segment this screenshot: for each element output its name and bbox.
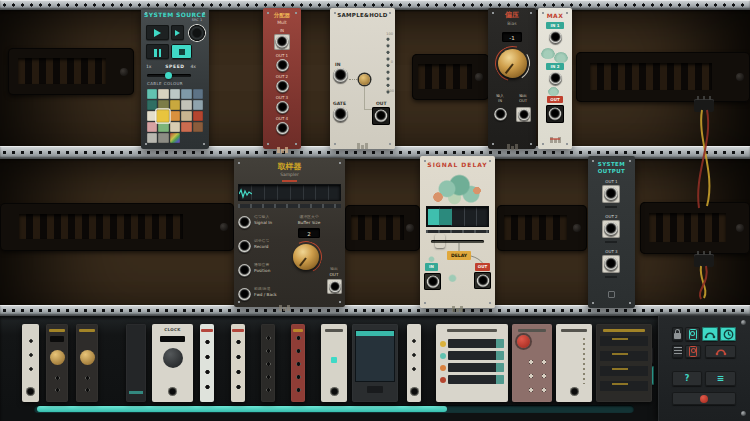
pause-button[interactable] xyxy=(146,44,169,59)
sh-out-jack[interactable] xyxy=(372,107,390,125)
tray-module[interactable] xyxy=(512,324,552,402)
cable-mode-button[interactable] xyxy=(702,327,718,341)
max-in2-jack[interactable] xyxy=(549,72,562,85)
tray-module[interactable] xyxy=(231,324,245,402)
bias-subtitle: Bias xyxy=(488,21,536,26)
bias-out-jack[interactable] xyxy=(516,107,531,122)
tray-module[interactable] xyxy=(126,324,146,402)
cable-colour-swatch[interactable] xyxy=(158,89,168,99)
help-button[interactable]: ? xyxy=(672,371,702,386)
cable-colour-swatch[interactable] xyxy=(193,100,203,110)
mult-out2-jack[interactable] xyxy=(276,80,289,93)
power-connector xyxy=(694,254,714,267)
buffer-size-display: 2 xyxy=(298,228,320,238)
system-output-title1: SYSTEM xyxy=(588,161,635,167)
step-play-button[interactable] xyxy=(171,25,184,40)
max-in1-jack[interactable] xyxy=(549,31,562,44)
tray-module[interactable] xyxy=(596,324,652,402)
system-out1-jack[interactable] xyxy=(602,185,620,203)
stop-button[interactable] xyxy=(171,44,192,59)
menu-button[interactable]: ≡ xyxy=(705,371,736,386)
cable-colour-swatch[interactable] xyxy=(170,133,180,143)
mult-out4-jack[interactable] xyxy=(276,122,289,135)
delay-slider-handle[interactable] xyxy=(435,234,445,248)
tray-module[interactable] xyxy=(291,324,305,402)
panel-screw xyxy=(741,411,746,416)
lock-button[interactable] xyxy=(672,327,683,341)
delete-cable-button[interactable] xyxy=(705,345,736,358)
cable-colour-swatch[interactable] xyxy=(147,100,157,110)
buffer-size-knob[interactable] xyxy=(293,244,319,270)
cable-colour-swatch[interactable] xyxy=(170,122,180,132)
mult-in-jack[interactable] xyxy=(274,34,290,50)
system-out2-jack[interactable] xyxy=(602,220,620,238)
plant-decoration xyxy=(428,256,435,262)
cable-colour-swatch[interactable] xyxy=(147,89,157,99)
source-knob[interactable] xyxy=(188,24,206,42)
tray-scrollbar-track[interactable] xyxy=(34,405,634,413)
mult-out3-jack[interactable] xyxy=(276,101,289,114)
system-out3-jack[interactable] xyxy=(602,255,620,273)
cable-colour-swatch[interactable] xyxy=(158,100,168,110)
gold-knob xyxy=(50,350,65,365)
delete-module-button[interactable] xyxy=(685,345,701,358)
tray-module[interactable] xyxy=(321,324,347,402)
sampler-record-jack[interactable] xyxy=(238,240,251,253)
cable-colour-swatch[interactable] xyxy=(181,89,191,99)
tray-module[interactable] xyxy=(407,324,421,402)
cable-colour-swatch[interactable] xyxy=(158,133,168,143)
bias-knob[interactable] xyxy=(498,49,527,78)
tray-module[interactable] xyxy=(200,324,214,402)
cable-colour-swatch[interactable] xyxy=(193,89,203,99)
sh-gate-label: GATE xyxy=(333,101,346,106)
tray-scrollbar-thumb[interactable] xyxy=(37,406,447,412)
cable-colour-swatch[interactable] xyxy=(181,122,191,132)
delay-out-jack[interactable] xyxy=(474,272,491,289)
cable-colour-swatch[interactable] xyxy=(193,111,203,121)
delay-in-jack[interactable] xyxy=(424,273,441,290)
mult-out1-jack[interactable] xyxy=(276,59,289,72)
cable-colour-swatch[interactable] xyxy=(147,133,157,143)
sh-out-label: OUT xyxy=(376,101,387,106)
plant-decoration xyxy=(541,48,555,59)
mult-out2-label: OUT 2 xyxy=(263,74,301,79)
bias-out-en: OUT xyxy=(519,98,527,103)
bias-in-jack[interactable] xyxy=(494,108,507,121)
add-module-button[interactable] xyxy=(685,327,700,341)
cable-colour-swatch[interactable] xyxy=(157,110,171,123)
sampler-out-jack[interactable] xyxy=(327,279,342,294)
play-button[interactable] xyxy=(146,25,169,40)
record-button[interactable] xyxy=(672,392,736,405)
sh-in-jack[interactable] xyxy=(333,68,348,83)
tray-module[interactable] xyxy=(352,324,398,402)
cable-colour-swatch[interactable] xyxy=(170,100,180,110)
list-button[interactable] xyxy=(672,345,683,358)
max-out-jack[interactable] xyxy=(546,105,564,123)
tray-module[interactable] xyxy=(22,324,39,402)
sh-mini-knob[interactable] xyxy=(359,74,370,85)
signal-delay-module: SIGNAL DELAY DELAY IN OUT xyxy=(420,156,495,308)
cable-colour-swatch[interactable] xyxy=(170,111,180,121)
jack-sub-label xyxy=(605,206,617,208)
tray-module[interactable]: CLOCK xyxy=(152,324,193,402)
dark-title xyxy=(325,329,343,332)
sh-gate-jack[interactable] xyxy=(333,107,348,122)
sampler-position-jack[interactable] xyxy=(238,264,251,277)
speed-slider-handle[interactable] xyxy=(165,72,172,79)
cable-colour-swatch[interactable] xyxy=(181,100,191,110)
tray-module[interactable] xyxy=(46,324,68,402)
cable-colour-swatch[interactable] xyxy=(170,89,180,99)
cable-colour-swatch[interactable] xyxy=(147,122,157,132)
tray-module[interactable] xyxy=(76,324,98,402)
tray-module[interactable] xyxy=(436,324,508,402)
tray-module[interactable] xyxy=(556,324,592,402)
sampler-signal-in-jack[interactable] xyxy=(238,216,251,229)
clock-icon xyxy=(723,329,734,340)
cable-colour-swatch[interactable] xyxy=(193,122,203,132)
sh-in-label: IN xyxy=(335,62,340,67)
cable-colour-swatch[interactable] xyxy=(158,122,168,132)
tray-module[interactable] xyxy=(261,324,275,402)
cable-colour-swatch[interactable] xyxy=(181,111,191,121)
time-mode-button[interactable] xyxy=(720,327,736,341)
brand-logo xyxy=(330,134,395,153)
